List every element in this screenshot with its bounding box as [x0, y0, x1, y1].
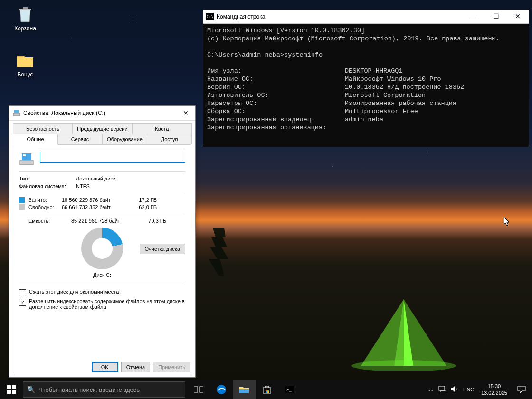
tab-tools[interactable]: Сервис — [57, 134, 103, 144]
ok-button[interactable]: OK — [92, 362, 118, 372]
recycle-bin-label: Корзина — [7, 25, 43, 32]
tab-quota[interactable]: Квота — [132, 124, 192, 134]
capacity-label: Емкость: — [28, 218, 71, 224]
taskbar-clock[interactable]: 15:3013.02.2025 — [477, 383, 511, 396]
cmd-icon: C:\ — [206, 13, 214, 20]
svg-rect-6 — [7, 385, 11, 389]
drive-properties-window: Свойства: Локальный диск (C:) ✕ Безопасн… — [9, 105, 196, 378]
cancel-button[interactable]: Отмена — [121, 362, 150, 372]
network-icon[interactable] — [438, 386, 446, 393]
index-checkbox[interactable]: ✓ — [19, 299, 26, 306]
taskbar: 🔍Чтобы начать поиск, введите здесь >_ ︿ … — [0, 380, 532, 399]
type-label: Тип: — [19, 176, 76, 181]
close-button[interactable]: ✕ — [178, 108, 193, 118]
start-button[interactable] — [0, 380, 23, 399]
svg-rect-13 — [239, 389, 249, 393]
cmd-taskbar-icon[interactable]: >_ — [278, 380, 301, 399]
wallpaper-tent — [352, 294, 456, 370]
tab-panel-general: Тип:Локальный диск Файловая система:NTFS… — [13, 144, 191, 373]
drive-name-input[interactable] — [40, 152, 185, 163]
bonus-folder-label: Бонус — [7, 71, 43, 78]
used-swatch — [19, 197, 25, 203]
svg-rect-21 — [439, 386, 445, 390]
language-indicator[interactable]: ENG — [463, 387, 475, 392]
type-value: Локальный диск — [76, 176, 115, 181]
svg-rect-10 — [194, 387, 198, 392]
edge-taskbar-icon[interactable] — [210, 380, 233, 399]
svg-rect-5 — [23, 154, 26, 156]
used-gb: 17,2 ГБ — [128, 197, 157, 203]
used-label: Занято: — [28, 197, 62, 203]
store-taskbar-icon[interactable] — [256, 380, 278, 399]
capacity-bytes: 85 221 961 728 байт — [71, 218, 138, 224]
free-bytes: 66 661 732 352 байт — [62, 204, 128, 210]
svg-rect-7 — [12, 385, 16, 389]
tab-security[interactable]: Безопасность — [13, 124, 73, 134]
svg-rect-3 — [20, 160, 33, 165]
free-label: Свободно: — [28, 204, 62, 210]
svg-rect-17 — [266, 391, 267, 393]
properties-title: Свойства: Локальный диск (C:) — [23, 110, 178, 116]
cmd-title: Командная строка — [217, 13, 463, 20]
fs-value: NTFS — [76, 183, 90, 189]
cmd-output[interactable]: Microsoft Windows [Version 10.0.18362.30… — [203, 24, 529, 147]
bonus-folder-icon[interactable]: Бонус — [7, 50, 43, 78]
search-box[interactable]: 🔍Чтобы начать поиск, введите здесь — [23, 381, 185, 398]
cmd-close-button[interactable]: ✕ — [507, 10, 529, 23]
minimize-button[interactable]: — — [463, 10, 485, 23]
index-label: Разрешить индексировать содержимое файло… — [29, 298, 185, 310]
maximize-button[interactable]: ☐ — [485, 10, 507, 23]
cmd-window: C:\ Командная строка — ☐ ✕ Microsoft Win… — [203, 10, 529, 147]
compress-checkbox[interactable] — [19, 289, 26, 296]
svg-rect-22 — [440, 391, 446, 392]
volume-icon[interactable] — [451, 386, 458, 393]
disk-label: Диск C: — [19, 272, 185, 278]
svg-rect-18 — [267, 391, 269, 393]
free-gb: 62,0 ГБ — [128, 204, 157, 210]
recycle-bin-icon[interactable]: Корзина — [7, 4, 43, 32]
free-swatch — [19, 204, 25, 210]
fs-label: Файловая система: — [19, 183, 76, 189]
task-view-button[interactable] — [187, 380, 210, 399]
tab-sharing[interactable]: Доступ — [147, 134, 192, 144]
capacity-gb: 79,3 ГБ — [138, 218, 166, 224]
svg-rect-11 — [200, 387, 203, 392]
tray-chevron-icon[interactable]: ︿ — [428, 386, 434, 393]
svg-rect-9 — [12, 390, 16, 394]
svg-text:>_: >_ — [286, 387, 292, 392]
search-icon: 🔍 — [23, 386, 38, 393]
action-center-button[interactable] — [511, 380, 532, 399]
svg-rect-8 — [7, 390, 11, 394]
svg-rect-15 — [266, 390, 267, 391]
svg-rect-2 — [14, 110, 19, 113]
disk-usage-pie — [81, 228, 123, 269]
tab-hardware[interactable]: Оборудование — [102, 134, 147, 144]
disk-cleanup-button[interactable]: Очистка диска — [140, 244, 185, 254]
svg-rect-1 — [13, 113, 20, 116]
compress-label: Сжать этот диск для экономии места — [29, 289, 119, 294]
svg-rect-16 — [267, 390, 269, 391]
explorer-taskbar-icon[interactable] — [233, 380, 256, 399]
apply-button[interactable]: Применить — [153, 362, 190, 372]
tab-previous-versions[interactable]: Предыдущие версии — [72, 124, 132, 134]
used-bytes: 18 560 229 376 байт — [62, 197, 128, 203]
search-placeholder: Чтобы начать поиск, введите здесь — [38, 386, 140, 393]
tab-general[interactable]: Общие — [13, 134, 58, 145]
drive-icon — [13, 109, 20, 117]
drive-large-icon — [19, 152, 34, 167]
